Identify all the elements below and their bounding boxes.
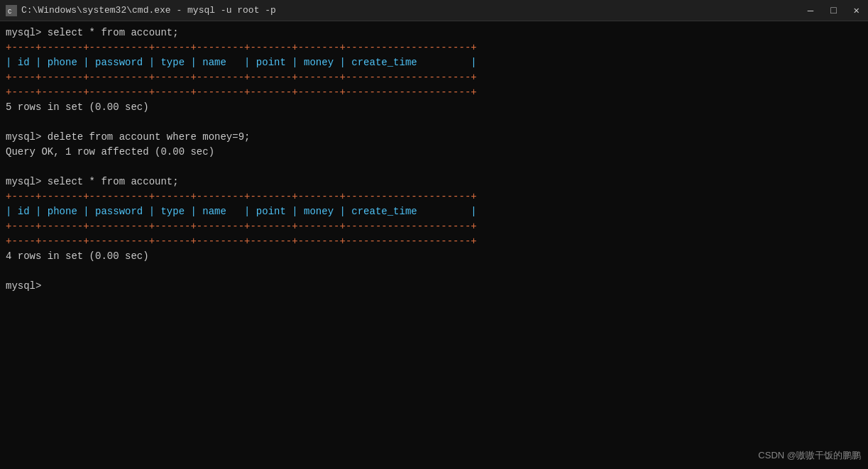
cmd-icon: C [6, 5, 17, 16]
terminal-line-1: +----+-------+----------+------+--------… [6, 40, 862, 55]
terminal-line-9: +----+-------+----------+------+--------… [6, 85, 862, 100]
svg-text:C: C [8, 9, 12, 16]
title-bar: C C:\Windows\system32\cmd.exe - mysql -u… [0, 0, 868, 21]
title-bar-left: C C:\Windows\system32\cmd.exe - mysql -u… [6, 5, 276, 16]
close-button[interactable]: ✕ [851, 4, 862, 16]
terminal-line-18: +----+-------+----------+------+--------… [6, 219, 862, 234]
terminal-line-15: mysql> select * from account; [6, 175, 862, 189]
window-title: C:\Windows\system32\cmd.exe - mysql -u r… [21, 5, 276, 16]
title-bar-controls: — □ ✕ [805, 4, 862, 16]
terminal-line-16: +----+-------+----------+------+--------… [6, 189, 862, 204]
terminal-line-3: +----+-------+----------+------+--------… [6, 70, 862, 85]
terminal-line-10: 5 rows in set (0.00 sec) [6, 100, 862, 115]
watermark: CSDN @嗷嗷干饭的鹏鹏 [758, 449, 861, 462]
terminal-line-23: +----+-------+----------+------+--------… [6, 234, 862, 249]
terminal-line-0: mysql> select * from account; [6, 26, 862, 40]
terminal-line-26: mysql> [6, 279, 862, 294]
terminal-line-25 [6, 264, 862, 279]
terminal-body: mysql> select * from account;+----+-----… [0, 21, 868, 469]
terminal-line-13: Query OK, 1 row affected (0.00 sec) [6, 145, 862, 160]
terminal-line-11 [6, 115, 862, 130]
terminal-line-2: | id | phone | password | type | name | … [6, 55, 862, 70]
terminal-line-14 [6, 160, 862, 175]
terminal-line-24: 4 rows in set (0.00 sec) [6, 249, 862, 264]
minimize-button[interactable]: — [805, 5, 816, 16]
terminal-line-17: | id | phone | password | type | name | … [6, 204, 862, 219]
terminal-line-12: mysql> delete from account where money=9… [6, 130, 862, 145]
maximize-button[interactable]: □ [828, 5, 839, 16]
